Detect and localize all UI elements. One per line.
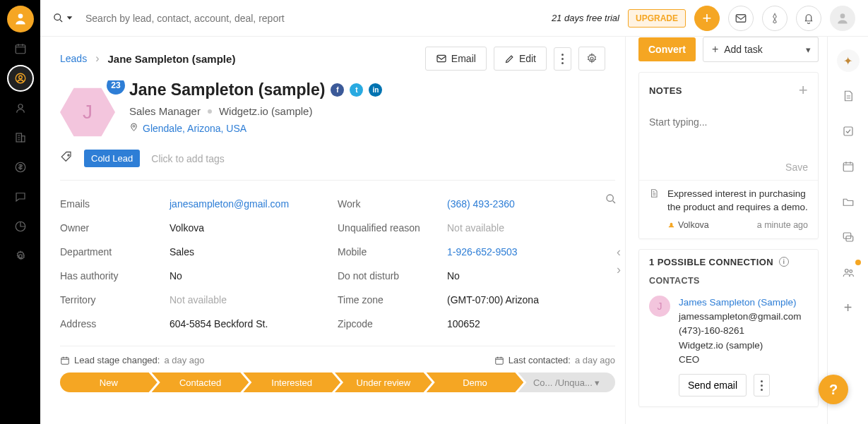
nav-reports-icon[interactable]: [7, 213, 34, 240]
breadcrumb-root[interactable]: Leads: [60, 53, 87, 64]
stage-new[interactable]: New: [60, 372, 157, 392]
convert-button[interactable]: Convert: [638, 37, 696, 61]
stage-demo[interactable]: Demo: [427, 372, 524, 392]
rail-sparkle-icon[interactable]: ✦: [837, 49, 860, 72]
send-email-button[interactable]: Send email: [679, 374, 747, 396]
svg-point-16: [68, 154, 69, 155]
rail-task-icon[interactable]: [837, 120, 860, 143]
lead-title: Sales Manager: [129, 105, 201, 117]
add-task-label: Add task: [724, 44, 762, 55]
page-settings-button[interactable]: [578, 47, 605, 71]
stage-changed-time: a day ago: [164, 355, 204, 365]
right-icon-rail: ✦ +: [827, 37, 868, 424]
rail-folder-icon[interactable]: [837, 190, 860, 213]
activities-icon[interactable]: [762, 6, 787, 31]
upgrade-button[interactable]: UPGRADE: [628, 9, 686, 28]
email-button[interactable]: Email: [425, 47, 487, 71]
linkedin-icon[interactable]: in: [369, 83, 382, 97]
detail-label: Do not disturb: [338, 270, 447, 281]
svg-rect-11: [736, 14, 746, 22]
lead-location[interactable]: Glendale, Arizona, USA: [129, 123, 615, 134]
svg-point-25: [849, 270, 852, 273]
stage-inactive-group[interactable]: Co... /Unqua... ▾: [518, 372, 615, 392]
tags-row: Cold Lead Click to add tags: [60, 150, 615, 167]
tag-icon: [60, 151, 73, 166]
connections-subhead: CONTACTS: [639, 273, 818, 289]
detail-value: Not available: [170, 294, 227, 305]
last-contacted-time: a day ago: [575, 355, 615, 365]
svg-rect-13: [437, 55, 446, 61]
detail-label: Work: [338, 198, 447, 210]
add-note-icon[interactable]: +: [799, 81, 808, 99]
nav-deals-icon[interactable]: [7, 154, 34, 181]
edit-button[interactable]: Edit: [494, 47, 547, 71]
facebook-icon[interactable]: f: [331, 83, 344, 97]
tag-cold-lead[interactable]: Cold Lead: [84, 150, 140, 167]
mail-icon[interactable]: [728, 6, 754, 31]
nav-contacts-icon[interactable]: [7, 95, 34, 121]
detail-value: Not available: [447, 222, 504, 234]
note-save-button[interactable]: Save: [639, 162, 818, 180]
app-logo[interactable]: [7, 6, 34, 32]
topbar: 21 days free trial UPGRADE +: [40, 0, 868, 37]
nav-calendar-icon[interactable]: [7, 35, 34, 62]
nav-leads-icon[interactable]: [7, 65, 34, 92]
stage-under-review[interactable]: Under review: [335, 372, 432, 392]
twitter-icon[interactable]: t: [350, 83, 363, 97]
detail-label: Time zone: [338, 294, 447, 305]
rail-doc-icon[interactable]: [837, 85, 860, 107]
detail-label: Emails: [60, 198, 170, 210]
note-input[interactable]: [639, 108, 818, 159]
contact-more-button[interactable]: [754, 374, 770, 396]
quick-add-button[interactable]: +: [694, 6, 720, 31]
rail-people-icon[interactable]: [837, 261, 860, 284]
location-pin-icon: [129, 123, 138, 134]
lead-score-badge[interactable]: 23: [107, 80, 125, 95]
left-nav-rail: [0, 0, 40, 424]
svg-point-14: [590, 57, 593, 60]
details-prev-icon[interactable]: ‹: [612, 245, 625, 260]
trial-text: 21 days free trial: [552, 13, 619, 23]
help-fab[interactable]: ?: [819, 375, 848, 404]
connection-contact: J James Sampleton (Sample) jamessampleto…: [639, 289, 818, 374]
contact-name[interactable]: James Sampleton (Sample): [679, 296, 802, 310]
detail-value[interactable]: (368) 493-2360: [447, 198, 515, 210]
info-icon[interactable]: i: [779, 257, 789, 267]
svg-point-15: [133, 126, 135, 128]
note-author[interactable]: Volkova: [667, 220, 709, 230]
convert-row: Convert +Add task ▾: [638, 37, 819, 62]
author-icon: [667, 221, 675, 229]
more-actions-button[interactable]: [554, 47, 571, 71]
global-search-input[interactable]: [85, 13, 552, 24]
nav-conversations-icon[interactable]: [7, 183, 34, 210]
search-icon[interactable]: [53, 13, 73, 23]
detail-row: Work(368) 493-2360: [338, 192, 615, 216]
note-text: Expressed interest in purchasing the pro…: [667, 188, 808, 214]
chevron-right-icon: ›: [95, 52, 99, 65]
nav-accounts-icon[interactable]: [7, 124, 34, 151]
notifications-icon[interactable]: [796, 6, 821, 31]
nav-settings-icon[interactable]: [7, 243, 34, 269]
stage-contacted[interactable]: Contacted: [152, 372, 249, 392]
add-tags[interactable]: Click to add tags: [151, 153, 225, 164]
svg-point-4: [18, 104, 23, 109]
rail-add-icon[interactable]: +: [837, 296, 860, 319]
task-dropdown-button[interactable]: ▾: [799, 37, 819, 62]
detail-value: 604-5854 Beckford St.: [170, 318, 268, 329]
add-task-button[interactable]: +Add task: [703, 37, 806, 62]
svg-rect-21: [843, 163, 853, 171]
detail-label: Owner: [60, 222, 170, 234]
stage-interested[interactable]: Interested: [243, 372, 340, 392]
rail-chat-icon[interactable]: [837, 226, 860, 248]
plus-icon: +: [712, 43, 718, 56]
contact-company: Widgetz.io (sample): [679, 339, 802, 353]
details-search-icon[interactable]: [605, 193, 617, 207]
contact-role: CEO: [679, 353, 802, 367]
detail-label: Department: [60, 246, 170, 258]
details-next-icon[interactable]: ›: [612, 262, 625, 277]
user-avatar[interactable]: [830, 6, 855, 31]
detail-value[interactable]: 1-926-652-9503: [447, 246, 518, 258]
rail-calendar-icon[interactable]: [837, 155, 860, 178]
detail-value[interactable]: janesampleton@gmail.com: [170, 198, 289, 210]
detail-row: Do not disturbNo: [338, 264, 615, 288]
